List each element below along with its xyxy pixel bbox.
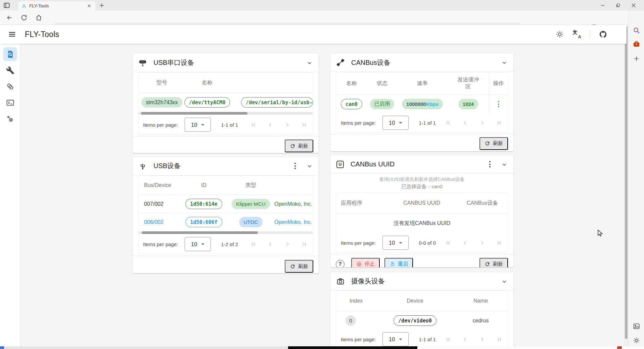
card-canbus-uuid: U CANBus UUID 查询UUID前请先刷新并选择CANbus设备 已选择…: [330, 155, 513, 267]
next-page-button[interactable]: [284, 241, 291, 248]
add-sidebar-item-icon[interactable]: [633, 55, 640, 63]
next-page-button[interactable]: [478, 336, 486, 343]
prev-page-button[interactable]: [462, 336, 469, 343]
table-row: 006/002 1d50:606f UTOC OpenMoko, Inc. G: [138, 213, 313, 231]
horizontal-scrollbar[interactable]: [138, 231, 313, 234]
buffer-chip: 1024: [458, 99, 478, 109]
sidebar-search-icon[interactable]: [633, 27, 640, 34]
last-page-button[interactable]: [301, 241, 308, 248]
sidebar-item-device-scan[interactable]: [3, 47, 17, 61]
last-page-button[interactable]: [495, 336, 502, 343]
help-icon[interactable]: ?: [336, 260, 344, 268]
stop-button[interactable]: 停止: [351, 258, 380, 268]
prev-page-button[interactable]: [267, 121, 274, 128]
sidebar-item-plugins[interactable]: [3, 79, 17, 93]
page-size-select[interactable]: 10: [185, 118, 211, 132]
items-per-page-label: Items per page:: [341, 337, 376, 342]
sidebar-item-terminal[interactable]: [3, 95, 17, 110]
card-menu-icon[interactable]: [294, 163, 296, 169]
tab-actions-icon[interactable]: [3, 2, 10, 9]
next-page-button[interactable]: [478, 239, 486, 246]
github-icon[interactable]: [599, 30, 607, 38]
column-header: Name: [473, 298, 488, 304]
items-per-page-label: Items per page:: [341, 120, 376, 126]
minimize-button[interactable]: [595, 0, 610, 10]
card-menu-icon[interactable]: [489, 161, 491, 167]
items-per-page-label: Items per page:: [143, 122, 178, 128]
column-header: 名称: [202, 79, 213, 86]
main-content: USB串口设备 型号 名称 stm32h743xx /dev/ttyACM0 /…: [20, 44, 627, 346]
refresh-button[interactable]: 刷新: [285, 260, 313, 273]
vendor-value: OpenMoko, Inc. s: [274, 201, 313, 207]
first-page-button[interactable]: [445, 119, 452, 126]
sidebar-item-settings[interactable]: [3, 112, 17, 126]
chevron-down-icon[interactable]: [501, 278, 508, 285]
restart-button[interactable]: 重启: [384, 258, 413, 268]
page-size-select[interactable]: 10: [382, 236, 409, 250]
close-button[interactable]: [626, 0, 641, 10]
new-tab-button[interactable]: [99, 2, 105, 8]
horizontal-scrollbar[interactable]: [138, 112, 313, 115]
row-menu-icon[interactable]: [498, 101, 499, 107]
column-header: 型号: [156, 79, 167, 86]
theme-toggle-icon[interactable]: [556, 30, 564, 38]
prev-page-button[interactable]: [462, 239, 469, 246]
canbus-cable-icon: [336, 59, 344, 67]
last-page-button[interactable]: [301, 121, 308, 128]
last-page-button[interactable]: [495, 239, 502, 246]
card-title: USB串口设备: [153, 58, 194, 67]
first-page-button[interactable]: [445, 336, 452, 343]
page-size-select[interactable]: 10: [382, 332, 409, 346]
image-tool-icon[interactable]: [633, 322, 640, 330]
table-row: stm32h743xx /dev/ttyACM0 /dev/serial/by-…: [138, 93, 313, 112]
card-title: USB设备: [153, 161, 181, 170]
translate-icon[interactable]: 文 A: [572, 30, 581, 38]
reload-icon[interactable]: [20, 14, 28, 21]
office-briefcase-icon[interactable]: [633, 40, 640, 48]
refresh-button[interactable]: 刷新: [285, 140, 313, 152]
chevron-down-icon[interactable]: [306, 59, 313, 67]
first-page-button[interactable]: [445, 239, 452, 246]
next-page-button[interactable]: [284, 121, 291, 128]
column-header: 应用程序: [336, 200, 386, 207]
sidebar-item-tools[interactable]: [3, 63, 17, 77]
selected-device-value: can0: [431, 184, 443, 189]
first-page-button[interactable]: [250, 241, 257, 248]
background-glyph: [617, 346, 622, 349]
usb-type-chip: UTOC: [239, 217, 263, 227]
menu-icon[interactable]: [8, 30, 16, 38]
tab-close-icon[interactable]: [86, 3, 92, 9]
prev-page-button[interactable]: [267, 241, 274, 248]
card-camera: 摄像头设备 Index Device Name 0 /dev/video0 ce…: [330, 272, 513, 346]
chevron-down-icon[interactable]: [501, 59, 508, 66]
page-scrollbar[interactable]: [624, 25, 628, 346]
refresh-button[interactable]: 刷新: [479, 258, 508, 268]
camera-name-value: cedrus: [472, 318, 489, 324]
refresh-button[interactable]: 刷新: [479, 137, 508, 150]
maximize-button[interactable]: [610, 0, 626, 10]
next-page-button[interactable]: [478, 119, 486, 126]
background-window-strip: [0, 346, 644, 349]
page-size-select[interactable]: 10: [185, 237, 211, 251]
items-per-page-label: Items per page:: [341, 240, 376, 246]
browser-tab[interactable]: FLY-Tools: [18, 1, 95, 10]
chevron-down-icon[interactable]: [501, 161, 508, 168]
column-header: CANBus设备: [467, 200, 498, 207]
bus-device-value: 007/002: [138, 201, 180, 207]
page-size-select[interactable]: 10: [382, 116, 409, 130]
column-header: Device: [407, 298, 423, 304]
last-page-button[interactable]: [495, 119, 502, 126]
first-page-button[interactable]: [250, 121, 257, 128]
prev-page-button[interactable]: [462, 119, 469, 126]
scrollbar-thumb[interactable]: [625, 26, 628, 339]
caret-down-icon: [399, 122, 402, 124]
chevron-down-icon[interactable]: [306, 162, 313, 170]
home-icon[interactable]: [35, 14, 42, 21]
sidebar-settings-icon[interactable]: [633, 337, 640, 344]
usb-icon: [139, 162, 147, 170]
refresh-icon: [485, 261, 490, 267]
back-icon[interactable]: [6, 14, 13, 21]
selected-device-line: 已选择设备：can0: [330, 183, 513, 193]
status-badge: 已启用: [370, 99, 395, 109]
site-favicon-icon: [21, 3, 27, 8]
